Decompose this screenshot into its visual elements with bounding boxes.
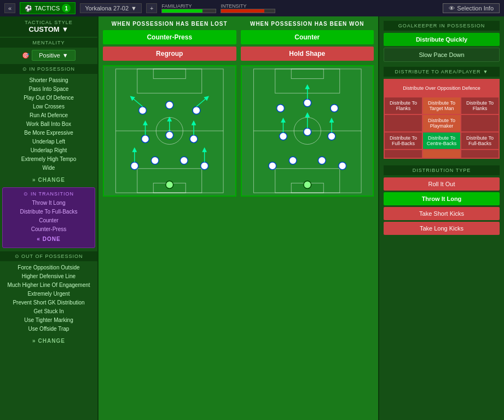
distribution-type-title: DISTRIBUTION TYPE xyxy=(384,165,500,175)
slow-pace-button[interactable]: Slow Pace Down xyxy=(384,48,500,62)
dist-bottom-left xyxy=(385,150,422,158)
out-of-possession-change-button[interactable]: » CHANGE xyxy=(0,336,97,346)
item-pass-into-space[interactable]: Pass Into Space xyxy=(4,85,93,94)
double-chevron-icon: » xyxy=(32,338,36,344)
chevron-down-icon: ▼ xyxy=(62,52,68,59)
dist-playmaker[interactable]: Distribute To Playmaker xyxy=(423,115,460,131)
dist-centre-backs[interactable]: Distribute To Centre-Backs xyxy=(423,133,460,149)
item-wide[interactable]: Wide xyxy=(4,164,93,172)
double-chevron-left-icon: « xyxy=(37,236,40,242)
done-button[interactable]: « DONE xyxy=(6,234,91,244)
item-tighter-marking[interactable]: Use Tighter Marking xyxy=(4,316,93,325)
item-underlap-left[interactable]: Underlap Left xyxy=(4,137,93,146)
club-name: Yorkalona 27-02 xyxy=(85,5,129,11)
mentality-row: 🎯 Positive ▼ xyxy=(0,48,97,63)
goalkeeper-title: GOALKEEPER IN POSSESSION xyxy=(384,21,500,31)
svg-point-15 xyxy=(166,131,173,139)
item-throw-long[interactable]: Throw It Long xyxy=(6,199,91,208)
add-tab-button[interactable]: + xyxy=(146,3,157,13)
possession-won-column: WHEN POSSESSION HAS BEEN WON Counter Hol… xyxy=(241,21,374,197)
item-run-at-defence[interactable]: Run At Defence xyxy=(4,111,93,120)
svg-point-37 xyxy=(268,162,276,170)
svg-point-41 xyxy=(279,133,287,140)
item-offside-trap[interactable]: Use Offside Trap xyxy=(4,325,93,333)
tactical-style-dropdown[interactable]: CUSTOM ▼ xyxy=(4,25,93,33)
dist-flanks-left-top[interactable]: Distribute To Flanks xyxy=(385,97,422,114)
pitch-won xyxy=(241,65,374,197)
item-counter[interactable]: Counter xyxy=(6,216,91,225)
svg-point-43 xyxy=(328,133,335,140)
take-long-kicks-button[interactable]: Take Long Kicks xyxy=(384,222,500,235)
chevron-down-icon: ▼ xyxy=(131,5,137,11)
svg-point-42 xyxy=(303,128,311,136)
chevron-down-icon: ▼ xyxy=(483,69,489,74)
svg-point-39 xyxy=(318,157,326,164)
item-prevent-short[interactable]: Prevent Short GK Distribution xyxy=(4,298,93,307)
tactics-tab[interactable]: ⚽ TACTICS 1 xyxy=(20,2,76,14)
dist-over-opposition[interactable]: Distribute Over Opposition Defence xyxy=(385,80,499,96)
dist-bottom-mid xyxy=(423,150,460,158)
back-icon: « xyxy=(8,5,11,11)
pitch-lost xyxy=(103,65,236,197)
item-underlap-right[interactable]: Underlap Right xyxy=(4,146,93,155)
take-short-kicks-button[interactable]: Take Short Kicks xyxy=(384,207,500,220)
transition-icon: ⊙ xyxy=(24,191,28,197)
in-possession-change-button[interactable]: » CHANGE xyxy=(0,175,97,185)
item-high-tempo[interactable]: Extremely High Tempo xyxy=(4,155,93,164)
club-dropdown[interactable]: Yorkalona 27-02 ▼ xyxy=(80,3,142,13)
dist-target-man[interactable]: Distribute To Target Man xyxy=(423,97,460,114)
mentality-value: Positive xyxy=(39,52,60,59)
item-dist-fullbacks[interactable]: Distribute To Full-Backs xyxy=(6,208,91,216)
item-higher-defensive[interactable]: Higher Defensive Line xyxy=(4,272,93,281)
double-chevron-icon: » xyxy=(32,177,36,183)
svg-point-12 xyxy=(180,157,188,164)
item-force-outside[interactable]: Force Opposition Outside xyxy=(4,263,93,272)
possession-columns: WHEN POSSESSION HAS BEEN LOST Counter-Pr… xyxy=(103,21,374,197)
dist-fullbacks-left[interactable]: Distribute To Full-Backs xyxy=(385,133,422,149)
svg-point-45 xyxy=(303,99,311,107)
item-counter-press[interactable]: Counter-Press xyxy=(6,225,91,234)
possession-icon: ⊙ xyxy=(22,66,27,72)
tactical-style-header: TACTICAL STYLE CUSTOM ▼ xyxy=(0,16,97,37)
svg-point-16 xyxy=(190,135,198,143)
counter-button[interactable]: Counter xyxy=(241,30,374,44)
svg-point-11 xyxy=(151,157,159,164)
distribute-area-title: DISTRIBUTE TO AREA/PLAYER ▼ xyxy=(384,67,500,77)
distribute-grid: Distribute Over Opposition Defence Distr… xyxy=(384,79,500,159)
back-button[interactable]: « xyxy=(4,3,15,13)
goalkeeper-section: GOALKEEPER IN POSSESSION Distribute Quic… xyxy=(384,21,500,64)
throw-it-long-button[interactable]: Throw It Long xyxy=(384,192,500,205)
dist-flanks-right-mid[interactable] xyxy=(461,115,499,131)
counter-press-button[interactable]: Counter-Press xyxy=(103,30,236,44)
item-play-out-defence[interactable]: Play Out Of Defence xyxy=(4,94,93,102)
roll-it-out-button[interactable]: Roll It Out xyxy=(384,177,500,191)
distribute-area-section: DISTRIBUTE TO AREA/PLAYER ▼ Distribute O… xyxy=(384,67,500,162)
intensity-block: INTENSITY xyxy=(221,3,275,13)
item-work-ball[interactable]: Work Ball Into Box xyxy=(4,120,93,129)
distribute-quickly-button[interactable]: Distribute Quickly xyxy=(384,33,500,46)
eye-icon: 👁 xyxy=(449,5,455,11)
item-get-stuck[interactable]: Get Stuck In xyxy=(4,307,93,316)
selection-info-button[interactable]: 👁 Selection Info xyxy=(443,3,500,13)
center-area: WHEN POSSESSION HAS BEEN LOST Counter-Pr… xyxy=(99,16,378,420)
svg-point-46 xyxy=(331,105,338,112)
intensity-label: INTENSITY xyxy=(221,3,275,9)
dist-flanks-left-mid[interactable] xyxy=(385,115,422,131)
item-expressive[interactable]: Be More Expressive xyxy=(4,129,93,137)
tactical-style-label: TACTICAL STYLE xyxy=(4,20,93,25)
mentality-dropdown[interactable]: Positive ▼ xyxy=(32,50,75,61)
hold-shape-button[interactable]: Hold Shape xyxy=(241,47,374,61)
dist-flanks-right-top[interactable]: Distribute To Flanks xyxy=(461,97,499,114)
svg-point-10 xyxy=(131,162,138,170)
out-of-possession-body: Force Opposition Outside Higher Defensiv… xyxy=(0,261,97,336)
item-extremely-urgent[interactable]: Extremely Urgent xyxy=(4,290,93,298)
item-higher-engagement[interactable]: Much Higher Line Of Engagement xyxy=(4,281,93,290)
svg-point-44 xyxy=(276,105,284,112)
item-low-crosses[interactable]: Low Crosses xyxy=(4,102,93,111)
regroup-button[interactable]: Regroup xyxy=(103,47,236,61)
svg-point-17 xyxy=(139,107,147,114)
dist-fullbacks-right[interactable]: Distribute To Full-Backs xyxy=(461,133,499,149)
left-sidebar: TACTICAL STYLE CUSTOM ▼ MENTALITY 🎯 Posi… xyxy=(0,16,99,420)
familiarity-label: FAMILIARITY xyxy=(161,3,216,9)
item-shorter-passing[interactable]: Shorter Passing xyxy=(4,76,93,85)
